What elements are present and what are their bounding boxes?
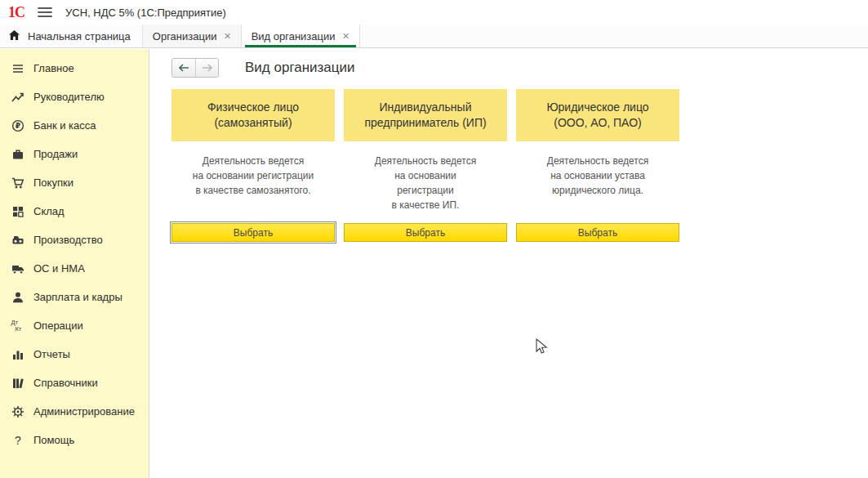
svg-text:Кт: Кт bbox=[16, 325, 22, 333]
tab-label: Организации bbox=[153, 30, 217, 42]
card-title: Индивидуальный предприниматель (ИП) bbox=[344, 89, 507, 141]
sidebar-item-administration[interactable]: Администрирование bbox=[0, 397, 149, 426]
titlebar: 1С УСН, НДС 5% (1С:Предприятие) bbox=[0, 0, 868, 25]
warehouse-grid-icon bbox=[11, 204, 24, 218]
shopping-cart-icon bbox=[11, 176, 24, 190]
sidebar-item-sales[interactable]: Продажи bbox=[0, 140, 149, 168]
card-description: Деятельность ведется на основании регист… bbox=[171, 141, 335, 223]
sidebar-item-purchases[interactable]: Покупки bbox=[0, 168, 149, 197]
sidebar-item-label: Администрирование bbox=[33, 405, 135, 418]
trend-chart-icon bbox=[11, 90, 24, 104]
svg-text:?: ? bbox=[15, 434, 21, 447]
question-icon: ? bbox=[11, 433, 24, 447]
sidebar-item-manager[interactable]: Руководителю bbox=[0, 83, 149, 111]
svg-text:₽: ₽ bbox=[15, 122, 20, 130]
sidebar-item-label: Руководителю bbox=[33, 91, 105, 103]
sidebar-item-label: Продажи bbox=[33, 148, 78, 160]
bar-chart-icon bbox=[11, 347, 24, 361]
sidebar-item-payroll-hr[interactable]: Зарплата и кадры bbox=[0, 283, 149, 311]
sidebar-item-bank-cash[interactable]: ₽ Банк и касса bbox=[0, 111, 149, 140]
select-button-self-employed[interactable]: Выбрать bbox=[171, 223, 335, 242]
tab-label: Вид организации bbox=[251, 30, 336, 42]
sidebar-item-label: Производство bbox=[33, 234, 103, 246]
menu-icon bbox=[11, 61, 24, 75]
sidebar-item-label: Помощь bbox=[33, 434, 74, 446]
sidebar-item-reports[interactable]: Отчеты bbox=[0, 340, 149, 369]
window-title: УСН, НДС 5% (1С:Предприятие) bbox=[65, 7, 226, 19]
main-content: Вид организации Физическое лицо (самозан… bbox=[150, 49, 868, 478]
debit-credit-icon: ДтКт bbox=[11, 319, 24, 333]
card-title: Физическое лицо (самозанятый) bbox=[171, 89, 335, 141]
tab-home[interactable]: Начальная страница bbox=[0, 25, 143, 47]
card-description: Деятельность ведется на основании устава… bbox=[516, 141, 679, 223]
back-button[interactable] bbox=[172, 59, 195, 77]
app-window: 1С УСН, НДС 5% (1С:Предприятие) Начальна… bbox=[0, 0, 868, 478]
card-legal-entity: Юридическое лицо (ООО, АО, ПАО) Деятельн… bbox=[516, 89, 679, 242]
sidebar-item-fixed-assets[interactable]: ОС и НМА bbox=[0, 254, 149, 283]
tab-organization-type[interactable]: Вид организации × bbox=[242, 25, 360, 47]
sidebar-item-main[interactable]: Главное bbox=[0, 54, 149, 83]
sidebar-item-label: ОС и НМА bbox=[33, 262, 85, 275]
books-icon bbox=[11, 376, 24, 390]
sidebar-item-label: Справочники bbox=[33, 377, 98, 389]
briefcase-icon bbox=[11, 147, 24, 161]
navigation-row: Вид организации bbox=[171, 58, 858, 78]
production-machine-icon bbox=[11, 233, 24, 247]
forward-button[interactable] bbox=[195, 59, 218, 77]
1c-logo: 1С bbox=[8, 5, 24, 20]
main-menu-icon[interactable] bbox=[38, 7, 52, 18]
card-individual-self-employed: Физическое лицо (самозанятый) Деятельнос… bbox=[171, 89, 335, 242]
sidebar-item-operations[interactable]: ДтКт Операции bbox=[0, 311, 149, 340]
home-tab-label: Начальная страница bbox=[28, 30, 131, 42]
sidebar-item-production[interactable]: Производство bbox=[0, 226, 149, 254]
card-individual-entrepreneur: Индивидуальный предприниматель (ИП) Деят… bbox=[344, 89, 507, 242]
sidebar-item-help[interactable]: ? Помощь bbox=[0, 426, 149, 454]
organization-type-cards: Физическое лицо (самозанятый) Деятельнос… bbox=[171, 89, 679, 242]
history-nav-group bbox=[171, 58, 219, 78]
sidebar: Главное Руководителю ₽ Банк и касса Прод… bbox=[0, 49, 149, 478]
page-title: Вид организации bbox=[245, 60, 355, 76]
sidebar-item-label: Покупки bbox=[33, 176, 73, 189]
home-icon bbox=[8, 29, 20, 43]
tab-bar: Начальная страница Организации × Вид орг… bbox=[0, 25, 868, 48]
select-button-entrepreneur[interactable]: Выбрать bbox=[344, 223, 507, 242]
close-icon[interactable]: × bbox=[343, 30, 349, 42]
sidebar-item-label: Склад bbox=[33, 205, 65, 217]
select-button-legal-entity[interactable]: Выбрать bbox=[516, 223, 679, 242]
sidebar-item-label: Банк и касса bbox=[33, 119, 96, 132]
sidebar-item-directories[interactable]: Справочники bbox=[0, 369, 149, 397]
person-icon bbox=[11, 290, 24, 304]
sidebar-item-label: Зарплата и кадры bbox=[33, 291, 122, 303]
sidebar-item-label: Отчеты bbox=[33, 348, 70, 360]
truck-icon bbox=[11, 261, 24, 275]
gear-icon bbox=[11, 404, 24, 418]
sidebar-item-label: Главное bbox=[33, 62, 74, 74]
sidebar-item-warehouse[interactable]: Склад bbox=[0, 197, 149, 226]
ruble-circle-icon: ₽ bbox=[11, 118, 24, 132]
sidebar-item-label: Операции bbox=[33, 319, 83, 332]
card-title: Юридическое лицо (ООО, АО, ПАО) bbox=[516, 89, 679, 141]
card-description: Деятельность ведется на основании регист… bbox=[344, 141, 507, 223]
close-icon[interactable]: × bbox=[224, 30, 230, 42]
tab-organizations[interactable]: Организации × bbox=[143, 25, 242, 47]
